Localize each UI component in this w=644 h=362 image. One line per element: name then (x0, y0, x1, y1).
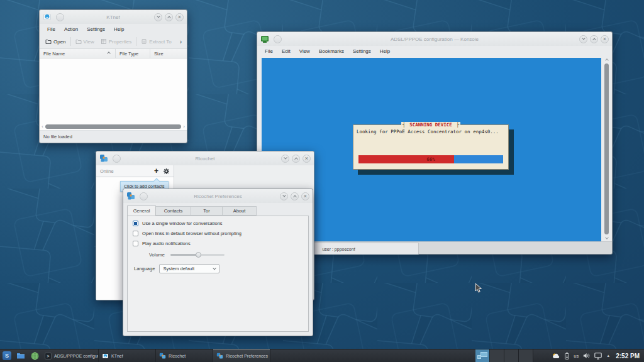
close-button[interactable]: × (175, 13, 184, 21)
tab-contacts[interactable]: Contacts (156, 206, 191, 216)
menu-edit[interactable]: Edit (277, 46, 295, 57)
konsole-task-icon: > (45, 353, 52, 359)
task-konsole[interactable]: > ADSL/PPPOE configur... (42, 349, 99, 362)
scroll-right-icon[interactable]: › (181, 124, 187, 129)
language-row: Language System default (134, 264, 303, 273)
volume-icon[interactable] (583, 353, 590, 359)
minimize-icon (284, 156, 287, 160)
ricochet-task-icon (159, 353, 166, 359)
maximize-icon (167, 16, 171, 20)
tray-expand-icon[interactable]: ▲ (606, 354, 610, 358)
scroll-left-icon[interactable]: ‹ (40, 124, 45, 129)
ricochet-titlebar[interactable]: Ricochet × (96, 151, 314, 165)
presence-status[interactable]: Online (100, 168, 114, 174)
horizontal-scrollbar[interactable]: ‹ › (40, 123, 187, 131)
task-ktnef[interactable]: KTnef (99, 349, 156, 362)
minimize-button[interactable] (579, 35, 587, 43)
pin-button[interactable] (56, 13, 64, 21)
extract-to-button[interactable]: Extract To (138, 36, 174, 47)
toolbar-overflow-button[interactable]: › (177, 38, 184, 45)
tab-tor[interactable]: Tor (191, 206, 223, 216)
desktop-1[interactable] (475, 349, 490, 362)
gear-icon[interactable] (163, 168, 170, 175)
app-menu-button[interactable]: S (2, 351, 12, 361)
ricochet-app-icon (126, 192, 135, 200)
desktop-2[interactable] (490, 349, 504, 362)
toolbar-separator (136, 37, 136, 46)
view-button[interactable]: View (72, 36, 97, 47)
menu-bookmarks[interactable]: Bookmarks (314, 46, 348, 57)
folder-view-icon (75, 38, 82, 45)
menu-action[interactable]: Action (60, 24, 82, 35)
checkbox[interactable] (133, 231, 138, 236)
minimize-button[interactable] (154, 13, 162, 21)
preferences-titlebar[interactable]: Ricochet Preferences × (123, 189, 313, 203)
tab-about[interactable]: About (223, 206, 257, 216)
menu-file[interactable]: File (260, 46, 277, 57)
checkbox[interactable] (133, 241, 138, 246)
volume-slider[interactable] (170, 252, 225, 258)
scrollbar-thumb[interactable] (604, 63, 609, 234)
pppoeconf-dialog: ┤ SCANNING DEVICE ├ Looking for PPPoE Ac… (353, 124, 509, 170)
menu-file[interactable]: File (43, 24, 60, 35)
battery-icon[interactable] (565, 353, 569, 359)
close-icon: × (304, 194, 307, 199)
checkbox[interactable] (133, 221, 138, 226)
pin-button[interactable] (113, 155, 121, 163)
language-select[interactable]: System default (159, 264, 219, 273)
scrollbar-thumb[interactable] (45, 124, 181, 129)
weather-icon[interactable] (552, 353, 560, 359)
minimize-button[interactable] (280, 192, 288, 200)
menu-help[interactable]: Help (109, 24, 128, 35)
dialog-border-right-icon: ├ (455, 122, 460, 128)
maximize-button[interactable] (165, 13, 173, 21)
column-file-type[interactable]: File Type (116, 49, 150, 58)
preferences-window: Ricochet Preferences × General Contacts … (123, 189, 313, 336)
ricochet-task-icon (216, 353, 223, 359)
browser-button[interactable] (30, 351, 40, 361)
menu-settings[interactable]: Settings (348, 46, 375, 57)
task-ricochet-preferences[interactable]: Ricochet Preferences (213, 349, 270, 362)
open-button[interactable]: Open (42, 36, 69, 47)
maximize-button[interactable] (291, 192, 299, 200)
language-value: System default (163, 266, 194, 272)
column-size[interactable]: Size (150, 49, 187, 58)
file-list[interactable] (40, 58, 187, 123)
option-audio-notifications[interactable]: Play audio notifications (133, 241, 303, 246)
minimize-button[interactable] (281, 155, 289, 163)
volume-slider-handle[interactable] (196, 252, 201, 258)
display-icon[interactable] (594, 353, 602, 359)
konsole-titlebar[interactable]: ADSL/PPPOE configuration — Konsole × (257, 32, 612, 46)
option-open-links[interactable]: Open links in default browser without pr… (133, 231, 303, 236)
clock[interactable]: 2:52 PM (616, 353, 640, 359)
desktop-3[interactable] (504, 349, 519, 362)
maximize-button[interactable] (292, 155, 300, 163)
minimize-icon (157, 14, 160, 18)
desktop-4[interactable] (519, 349, 533, 362)
add-contact-button[interactable]: + (154, 168, 158, 174)
close-icon: × (178, 14, 181, 20)
close-button[interactable]: × (301, 192, 309, 200)
menu-view[interactable]: View (295, 46, 314, 57)
keyboard-layout-indicator[interactable]: us (574, 353, 579, 359)
scroll-down-icon (605, 236, 609, 239)
task-ricochet[interactable]: Ricochet (156, 349, 213, 362)
tab-general[interactable]: General (127, 206, 156, 216)
pin-button[interactable] (140, 192, 148, 200)
pin-button[interactable] (274, 35, 282, 43)
menu-help[interactable]: Help (375, 46, 394, 57)
file-manager-button[interactable] (16, 351, 26, 361)
properties-button[interactable]: Properties (97, 36, 135, 47)
extract-icon (141, 38, 147, 45)
close-button[interactable]: × (303, 155, 311, 163)
option-single-window[interactable]: Use a single window for conversations (133, 221, 303, 226)
minimize-icon (582, 36, 586, 40)
close-button[interactable]: × (601, 35, 609, 43)
terminal-scrollbar[interactable] (604, 59, 609, 239)
column-file-name[interactable]: File Name (40, 49, 116, 58)
menu-settings[interactable]: Settings (82, 24, 109, 35)
task-label: Ricochet Preferences (226, 354, 268, 358)
progress-label: 66% (358, 155, 503, 163)
maximize-button[interactable] (590, 35, 598, 43)
ktnef-titlebar[interactable]: KTnef × (40, 10, 187, 24)
